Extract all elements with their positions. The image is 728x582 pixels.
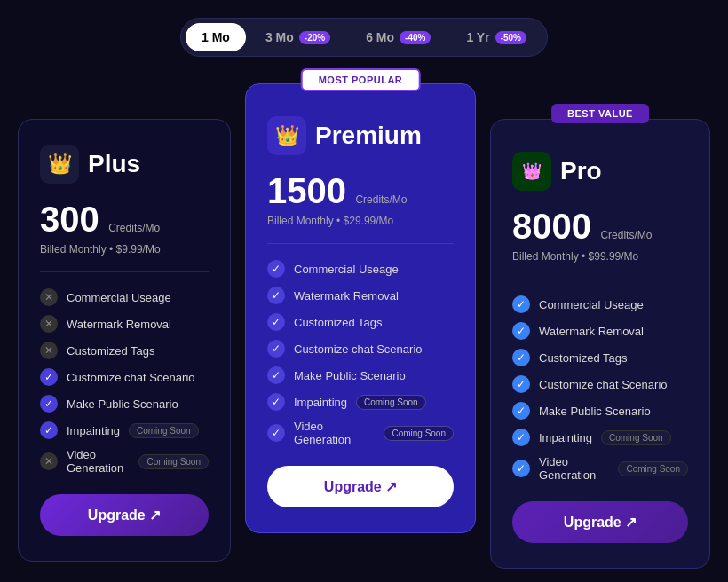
premium-name: Premium — [315, 122, 422, 150]
plus-billed: Billed Monthly • $9.99/Mo — [40, 243, 209, 256]
pro-credits: 8000 — [512, 207, 591, 246]
feature-label: Video Generation — [67, 448, 130, 475]
pro-name: Pro — [560, 157, 602, 185]
feature-label: Impainting — [294, 396, 347, 409]
list-item: ✓ Impainting Coming Soon — [512, 429, 688, 446]
feature-label: Customized Tags — [539, 351, 627, 365]
plus-card: 👑 Plus 300 Credits/Mo Billed Monthly • $… — [18, 119, 231, 562]
list-item: ✕ Commercial Useage — [40, 288, 209, 306]
list-item: ✕ Video Generation Coming Soon — [40, 448, 209, 475]
pro-upgrade-button[interactable]: Upgrade ↗ — [512, 501, 688, 543]
billing-1mo-label: 1 Mo — [202, 30, 230, 44]
check-icon: ✓ — [512, 375, 530, 393]
list-item: ✓ Customize chat Scenario — [40, 368, 209, 386]
coming-soon-badge: Coming Soon — [138, 454, 209, 469]
list-item: ✓ Video Generation Coming Soon — [267, 420, 454, 446]
premium-credits: 1500 — [267, 171, 346, 210]
check-icon: ✓ — [512, 349, 530, 366]
list-item: ✓ Make Public Scenario — [512, 402, 688, 420]
plus-icon: 👑 — [40, 145, 79, 184]
check-icon: ✓ — [512, 429, 530, 446]
feature-label: Customize chat Scenario — [67, 371, 195, 384]
list-item: ✓ Customize chat Scenario — [267, 340, 454, 358]
pro-divider — [512, 279, 688, 279]
feature-label: Watermark Removal — [67, 318, 171, 331]
billing-6mo-discount: -40% — [400, 31, 431, 44]
feature-label: Commercial Useage — [539, 298, 644, 311]
billing-1yr[interactable]: 1 Yr -50% — [450, 23, 542, 51]
feature-label: Customized Tags — [67, 344, 154, 358]
feature-label: Commercial Useage — [294, 263, 399, 276]
plus-divider — [40, 271, 209, 272]
premium-icon: 👑 — [267, 116, 306, 155]
pricing-cards: 👑 Plus 300 Credits/Mo Billed Monthly • $… — [18, 83, 710, 569]
feature-label: Make Public Scenario — [539, 405, 651, 418]
feature-label: Commercial Useage — [67, 291, 171, 304]
x-icon: ✕ — [40, 288, 58, 306]
coming-soon-badge: Coming Soon — [356, 395, 426, 410]
list-item: ✕ Customized Tags — [40, 342, 209, 359]
feature-label: Impainting — [539, 431, 592, 444]
coming-soon-badge: Coming Soon — [618, 461, 688, 476]
coming-soon-badge: Coming Soon — [384, 426, 454, 441]
list-item: ✓ Impainting Coming Soon — [40, 421, 209, 439]
check-icon: ✓ — [267, 366, 285, 384]
plus-credits: 300 — [40, 200, 99, 239]
plus-name: Plus — [88, 150, 140, 178]
pro-label: BEST VALUE — [551, 104, 649, 123]
billing-1yr-discount: -50% — [495, 31, 526, 44]
list-item: ✓ Watermark Removal — [267, 287, 454, 304]
pro-card: BEST VALUE 👑 Pro 8000 Credits/Mo Billed … — [490, 119, 710, 569]
feature-label: Video Generation — [294, 420, 375, 446]
list-item: ✓ Make Public Scenario — [40, 395, 209, 413]
check-icon: ✓ — [512, 295, 530, 313]
check-icon: ✓ — [267, 424, 285, 442]
list-item: ✓ Watermark Removal — [512, 322, 688, 340]
billing-6mo-label: 6 Mo — [366, 30, 394, 44]
check-icon: ✓ — [267, 260, 285, 278]
feature-label: Customize chat Scenario — [539, 378, 668, 391]
pro-header: 👑 Pro — [512, 152, 688, 191]
feature-label: Watermark Removal — [294, 289, 399, 303]
billing-1mo[interactable]: 1 Mo — [186, 23, 246, 51]
premium-billed: Billed Monthly • $29.99/Mo — [267, 215, 454, 227]
feature-label: Impainting — [67, 424, 120, 437]
premium-header: 👑 Premium — [267, 116, 454, 155]
premium-credits-unit: Credits/Mo — [355, 193, 407, 206]
billing-3mo[interactable]: 3 Mo -20% — [249, 23, 346, 51]
feature-label: Video Generation — [539, 455, 609, 482]
billing-3mo-discount: -20% — [299, 31, 330, 44]
coming-soon-badge: Coming Soon — [601, 430, 671, 445]
list-item: ✓ Customized Tags — [512, 349, 688, 366]
list-item: ✕ Watermark Removal — [40, 315, 209, 333]
pro-credits-unit: Credits/Mo — [600, 229, 652, 241]
billing-3mo-label: 3 Mo — [265, 30, 294, 44]
billing-6mo[interactable]: 6 Mo -40% — [350, 23, 447, 51]
list-item: ✓ Video Generation Coming Soon — [512, 455, 688, 482]
coming-soon-badge: Coming Soon — [129, 423, 199, 438]
feature-label: Customize chat Scenario — [294, 342, 423, 356]
plus-upgrade-button[interactable]: Upgrade ↗ — [40, 494, 209, 536]
x-icon: ✕ — [40, 315, 58, 333]
check-icon: ✓ — [267, 287, 285, 304]
pro-icon: 👑 — [512, 152, 551, 191]
check-icon: ✓ — [512, 322, 530, 340]
list-item: ✓ Make Public Scenario — [267, 366, 454, 384]
list-item: ✓ Impainting Coming Soon — [267, 393, 454, 411]
feature-label: Make Public Scenario — [67, 397, 178, 411]
x-icon: ✕ — [40, 452, 58, 470]
check-icon: ✓ — [267, 393, 285, 411]
check-icon: ✓ — [40, 395, 58, 413]
list-item: ✓ Commercial Useage — [267, 260, 454, 278]
premium-card: MOST POPULAR 👑 Premium 1500 Credits/Mo B… — [245, 83, 476, 533]
x-icon: ✕ — [40, 342, 58, 359]
billing-1yr-label: 1 Yr — [466, 30, 489, 44]
pro-billed: Billed Monthly • $99.99/Mo — [512, 250, 688, 263]
premium-upgrade-button[interactable]: Upgrade ↗ — [267, 466, 454, 507]
check-icon: ✓ — [512, 460, 530, 477]
check-icon: ✓ — [267, 313, 285, 331]
premium-label: MOST POPULAR — [301, 68, 421, 91]
pro-features: ✓ Commercial Useage ✓ Watermark Removal … — [512, 295, 688, 482]
list-item: ✓ Commercial Useage — [512, 295, 688, 313]
billing-toggle: 1 Mo 3 Mo -20% 6 Mo -40% 1 Yr -50% — [180, 18, 548, 57]
